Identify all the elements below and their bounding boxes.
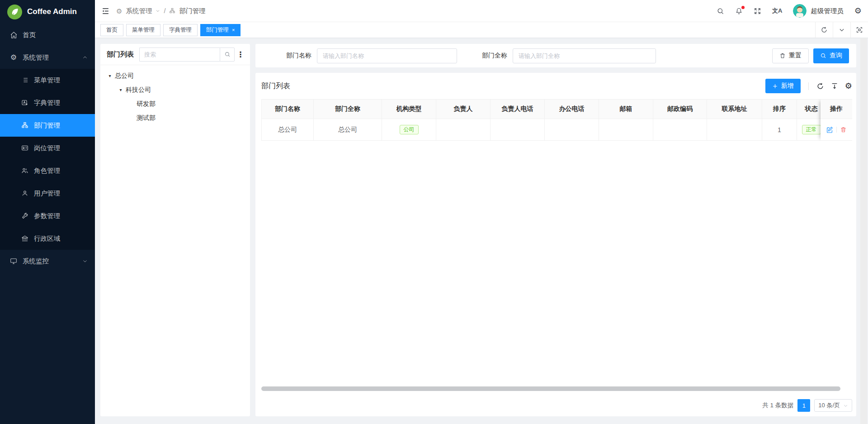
list-icon xyxy=(20,76,29,84)
filter-bar: 部门名称 部门全称 重置 xyxy=(255,44,856,67)
sidebar-item-dict-mgmt[interactable]: 字典管理 xyxy=(0,91,95,114)
tree-more-menu-icon[interactable]: ⋮ xyxy=(235,50,246,59)
translate-icon[interactable]: 文A xyxy=(772,7,782,15)
cell-dept-fullname: 总公司 xyxy=(314,119,382,141)
user-icon xyxy=(20,190,29,197)
notifications-bell-icon[interactable] xyxy=(735,7,743,15)
app-logo[interactable]: Coffee Admin xyxy=(0,0,95,24)
user-chip[interactable]: 超级管理员 xyxy=(793,4,844,18)
cell-leader-phone xyxy=(491,119,545,141)
tree-node-leaf[interactable]: 研发部 xyxy=(100,97,250,111)
tab-dict-mgmt[interactable]: 字典管理 xyxy=(163,24,198,36)
search-icon[interactable] xyxy=(717,7,724,15)
tree-search xyxy=(139,48,235,62)
sidebar-item-param-mgmt[interactable]: 参数管理 xyxy=(0,205,95,227)
reset-label: 重置 xyxy=(789,52,802,60)
avatar xyxy=(793,4,807,18)
bank-icon xyxy=(20,235,29,242)
sidebar-item-label: 字典管理 xyxy=(34,99,88,107)
dept-tree-panel: 部门列表 ⋮ ▾ 总公司 ▾ 科技公司 xyxy=(100,44,250,416)
tree-node-root[interactable]: ▾ 总公司 xyxy=(100,69,250,83)
vertical-scrollbar[interactable] xyxy=(860,38,867,424)
sidebar-item-region[interactable]: 行政区域 xyxy=(0,227,95,250)
notification-badge xyxy=(741,6,745,9)
top-header: ⚙ 系统管理 / 部门管理 文A xyxy=(95,0,868,22)
username: 超级管理员 xyxy=(811,7,844,15)
leaf-logo-icon xyxy=(7,5,22,19)
table-settings-gear-icon[interactable]: ⚙ xyxy=(845,82,852,90)
edit-icon[interactable] xyxy=(826,126,833,133)
wrench-icon xyxy=(20,212,29,219)
breadcrumb-parent[interactable]: 系统管理 xyxy=(126,7,152,15)
add-label: 新增 xyxy=(781,82,794,90)
page-content: 部门列表 ⋮ ▾ 总公司 ▾ 科技公司 xyxy=(95,38,868,424)
tab-home[interactable]: 首页 xyxy=(100,24,123,36)
dept-name-input[interactable] xyxy=(317,48,457,63)
caret-down-icon[interactable]: ▾ xyxy=(105,73,115,78)
sidebar-group-monitor[interactable]: 系统监控 xyxy=(0,250,95,272)
page-size-select[interactable]: 10 条/页 xyxy=(814,399,852,412)
chevron-down-icon xyxy=(156,9,160,13)
sidebar-item-home[interactable]: 首页 xyxy=(0,24,95,46)
col-header: 负责人电话 xyxy=(491,99,545,119)
tree-search-input[interactable] xyxy=(139,48,220,62)
chevron-down-icon[interactable] xyxy=(833,22,850,38)
settings-gear-icon[interactable]: ⚙ xyxy=(854,7,862,15)
tree-node-label: 研发部 xyxy=(137,100,156,108)
tree-node-child[interactable]: ▾ 科技公司 xyxy=(100,83,250,97)
tabs-bar: 首页 菜单管理 字典管理 部门管理 × xyxy=(95,22,868,38)
breadcrumb-current: 部门管理 xyxy=(179,7,205,15)
caret-down-icon[interactable]: ▾ xyxy=(116,87,126,92)
tabs: 首页 菜单管理 字典管理 部门管理 × xyxy=(100,24,241,36)
sidebar-item-menu-mgmt[interactable]: 菜单管理 xyxy=(0,69,95,91)
collapse-sidebar-icon[interactable] xyxy=(101,7,110,15)
sidebar-item-dept-mgmt[interactable]: 部门管理 xyxy=(0,114,95,137)
tab-menu-mgmt[interactable]: 菜单管理 xyxy=(126,24,160,36)
page-1-button[interactable]: 1 xyxy=(797,399,810,412)
tree-node-label: 总公司 xyxy=(115,72,134,80)
tree-node-leaf[interactable]: 测试部 xyxy=(100,111,250,125)
tabs-actions xyxy=(815,22,868,38)
chevron-down-icon xyxy=(843,403,848,408)
add-button[interactable]: 新增 xyxy=(765,79,801,93)
dept-name-label: 部门名称 xyxy=(286,52,311,60)
refresh-icon[interactable] xyxy=(815,22,833,38)
gear-icon: ⚙ xyxy=(9,54,18,61)
fullscreen-icon[interactable] xyxy=(754,7,761,15)
cell-office-phone xyxy=(545,119,599,141)
sidebar-item-role-mgmt[interactable]: 角色管理 xyxy=(0,159,95,182)
app-title: Coffee Admin xyxy=(27,7,77,16)
sidebar-item-post-mgmt[interactable]: 岗位管理 xyxy=(0,137,95,159)
table-row[interactable]: 总公司 总公司 公司 1 xyxy=(261,119,852,141)
table-title: 部门列表 xyxy=(261,81,290,91)
sidebar-item-user-mgmt[interactable]: 用户管理 xyxy=(0,182,95,205)
id-card-icon xyxy=(20,144,29,152)
horizontal-scrollbar-thumb[interactable] xyxy=(261,386,840,391)
sidebar-group-label: 系统监控 xyxy=(23,257,82,266)
horizontal-scrollbar xyxy=(261,386,852,391)
tree-search-button[interactable] xyxy=(220,48,235,62)
col-header: 联系地址 xyxy=(707,99,762,119)
query-label: 查询 xyxy=(830,52,842,60)
query-button[interactable]: 查询 xyxy=(813,48,849,63)
tab-close-icon[interactable]: × xyxy=(232,28,235,33)
table-card-header: 部门列表 新增 xyxy=(261,73,852,99)
cell-address xyxy=(707,119,762,141)
gear-icon: ⚙ xyxy=(116,8,122,14)
delete-icon[interactable] xyxy=(840,126,847,133)
chevron-up-icon xyxy=(82,55,88,60)
pagination-total: 共 1 条数据 xyxy=(762,401,793,410)
tree-panel-header: 部门列表 ⋮ xyxy=(100,44,250,65)
sidebar-group-system[interactable]: ⚙ 系统管理 xyxy=(0,46,95,69)
tab-dept-mgmt[interactable]: 部门管理 × xyxy=(200,24,241,36)
maximize-icon[interactable] xyxy=(850,22,868,38)
cell-dept-name: 总公司 xyxy=(261,119,314,141)
reset-button[interactable]: 重置 xyxy=(772,48,809,63)
dictionary-icon xyxy=(20,99,29,106)
search-icon xyxy=(820,52,826,59)
dept-fullname-input[interactable] xyxy=(513,48,656,63)
filter-dept-name: 部门名称 xyxy=(286,48,457,63)
column-height-icon[interactable] xyxy=(831,82,838,90)
refresh-icon[interactable] xyxy=(816,82,824,90)
tab-label: 字典管理 xyxy=(169,26,192,34)
